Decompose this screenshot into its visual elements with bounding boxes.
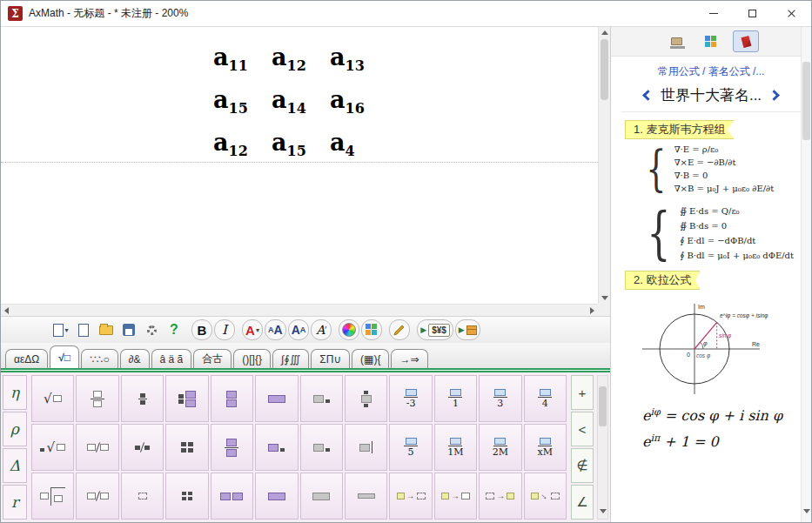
- limit-template-3[interactable]: →: [479, 473, 521, 520]
- symbol-rho[interactable]: ρ: [3, 412, 27, 446]
- template-row-purple[interactable]: [211, 473, 253, 520]
- latex-dollar-button[interactable]: ▶$¥$: [417, 319, 453, 340]
- euler-unit-circle-diagram[interactable]: Im Re 0 φ e^iφ = cosφ + isinφ sin φ cos …: [634, 297, 811, 398]
- template-binomial-stack[interactable]: [211, 375, 253, 422]
- tab-brackets[interactable]: ()[]{}: [233, 349, 271, 368]
- template-sub-sup[interactable]: [345, 375, 387, 422]
- template-fraction[interactable]: [76, 375, 118, 422]
- template-nth-root[interactable]: √: [31, 424, 74, 471]
- close-button[interactable]: [772, 1, 811, 27]
- color-wheel-button[interactable]: [339, 319, 359, 340]
- canvas-vertical-scrollbar[interactable]: [598, 27, 610, 304]
- tab-accents[interactable]: â ä ã: [151, 349, 192, 368]
- euler-identity[interactable]: eiπ + 1 = 0: [642, 432, 811, 450]
- template-slash-small[interactable]: [121, 424, 164, 471]
- euler-formula[interactable]: eiφ = cos φ + i sin φ: [642, 406, 811, 424]
- template-wide-purple[interactable]: [255, 473, 298, 520]
- template-mid-bar[interactable]: [345, 424, 387, 471]
- help-button[interactable]: ?: [164, 319, 185, 340]
- tab-dots-operators[interactable]: ∵∴○: [81, 349, 118, 368]
- symbol-library-button[interactable]: [698, 30, 724, 52]
- symbol-not-element[interactable]: ∉: [571, 448, 594, 483]
- palette-scrollbar[interactable]: [597, 375, 608, 520]
- fraction-preset-4[interactable]: 4: [524, 375, 567, 422]
- tab-big-operators[interactable]: ΣΠ∪: [311, 349, 350, 368]
- handwriting-button[interactable]: [389, 319, 410, 340]
- fraction-preset-3[interactable]: 3: [479, 375, 521, 422]
- maxwell-differential-equations[interactable]: { ∇·E = ρ/ε₀ ∇×E = −∂B/∂t ∇·B = 0 ∇×B = …: [641, 143, 811, 195]
- sidebar-scrollbar[interactable]: [801, 27, 811, 522]
- canvas-horizontal-scrollbar[interactable]: [1, 304, 598, 316]
- fraction-preset-xM[interactable]: xM: [524, 424, 567, 471]
- maximize-button[interactable]: [733, 1, 772, 27]
- scrollbar-thumb[interactable]: [601, 39, 608, 100]
- scrollbar-thumb[interactable]: [599, 386, 607, 426]
- new-document-button[interactable]: [73, 319, 94, 340]
- formula-collection-button[interactable]: [733, 30, 759, 52]
- template-matrix-2x2[interactable]: [165, 424, 208, 471]
- symbol-r-script[interactable]: r: [3, 485, 27, 520]
- template-subscript[interactable]: [300, 375, 343, 422]
- settings-button[interactable]: [141, 319, 162, 340]
- tab-arrows[interactable]: →⇒: [391, 349, 427, 368]
- limit-template-4[interactable]: →: [524, 473, 567, 520]
- next-page-icon[interactable]: [768, 90, 780, 101]
- tab-matrices[interactable]: (▦){: [352, 349, 389, 368]
- scrollbar-thumb[interactable]: [802, 62, 810, 140]
- scroll-down-icon[interactable]: [599, 292, 610, 304]
- tab-fractions-radicals[interactable]: √□: [50, 345, 79, 368]
- template-column-matrix[interactable]: [165, 375, 208, 422]
- italic-button[interactable]: I: [214, 319, 235, 340]
- symbol-plus[interactable]: +: [571, 375, 594, 410]
- save-button[interactable]: [118, 319, 139, 340]
- template-bar-gray[interactable]: [345, 473, 387, 520]
- limit-template-2[interactable]: →: [434, 473, 477, 520]
- template-superscript-gray[interactable]: [300, 424, 343, 471]
- stamp-tool-button[interactable]: [663, 30, 689, 52]
- color-palette-button[interactable]: [361, 319, 382, 340]
- symbol-delta[interactable]: Δ: [3, 448, 27, 483]
- symbol-angle[interactable]: ∠: [571, 485, 594, 520]
- template-box-slash-box[interactable]: [76, 473, 118, 520]
- prev-page-icon[interactable]: [642, 90, 654, 101]
- template-bevel-fraction[interactable]: [76, 424, 118, 471]
- package-export-button[interactable]: ▶: [455, 319, 480, 340]
- template-square-root[interactable]: √: [31, 375, 74, 422]
- scroll-down-icon[interactable]: [598, 506, 607, 517]
- document-canvas[interactable]: a11 a12 a13 a15 a14 a16 a12 a15 a4: [1, 27, 598, 304]
- superscript-style-button[interactable]: AA: [265, 319, 286, 340]
- symbol-eta[interactable]: η: [3, 375, 27, 410]
- insert-mode-button[interactable]: ▾: [50, 319, 71, 340]
- template-wide-gray[interactable]: [300, 473, 343, 520]
- limit-template-1[interactable]: →: [389, 473, 432, 520]
- scroll-down-icon[interactable]: [802, 506, 811, 517]
- font-color-button[interactable]: A▾: [242, 319, 263, 340]
- open-button[interactable]: [96, 319, 117, 340]
- fraction-preset-neg3[interactable]: -3: [389, 375, 432, 422]
- template-long-division[interactable]: [31, 473, 74, 520]
- scroll-up-icon[interactable]: [599, 27, 610, 38]
- minimize-button[interactable]: [694, 1, 733, 27]
- template-small-fraction[interactable]: [121, 375, 164, 422]
- scroll-right-icon[interactable]: [587, 307, 598, 314]
- bold-button[interactable]: B: [191, 319, 212, 340]
- template-purple-fraction[interactable]: [211, 424, 253, 471]
- fraction-preset-2M[interactable]: 2M: [479, 424, 521, 471]
- subscript-style-button[interactable]: AA: [288, 319, 310, 340]
- scroll-left-icon[interactable]: [1, 307, 12, 314]
- library-breadcrumb[interactable]: 常用公式 / 著名公式 /...: [611, 64, 811, 79]
- fraction-preset-1M[interactable]: 1M: [434, 424, 477, 471]
- symbol-less-than[interactable]: <: [571, 412, 594, 446]
- tab-over-under[interactable]: 合古: [193, 349, 232, 368]
- template-box[interactable]: [255, 375, 298, 422]
- template-dot-matrix[interactable]: [165, 473, 208, 520]
- tab-derivatives[interactable]: ∂&: [120, 349, 150, 368]
- template-dashed-box[interactable]: [121, 473, 164, 520]
- fraction-preset-5[interactable]: 5: [389, 424, 432, 471]
- template-superscript-purple[interactable]: [255, 424, 298, 471]
- fraction-preset-1[interactable]: 1: [434, 375, 477, 422]
- tab-greek[interactable]: αεΔΩ: [5, 349, 48, 368]
- prime-style-button[interactable]: A′: [311, 319, 332, 340]
- tab-integrals[interactable]: ∫∮∭: [272, 349, 309, 368]
- maxwell-integral-equations[interactable]: { ∯ E·ds = Q/ε₀ ∯ B·ds = 0 ∮ E·dl = −dΦB…: [641, 204, 811, 263]
